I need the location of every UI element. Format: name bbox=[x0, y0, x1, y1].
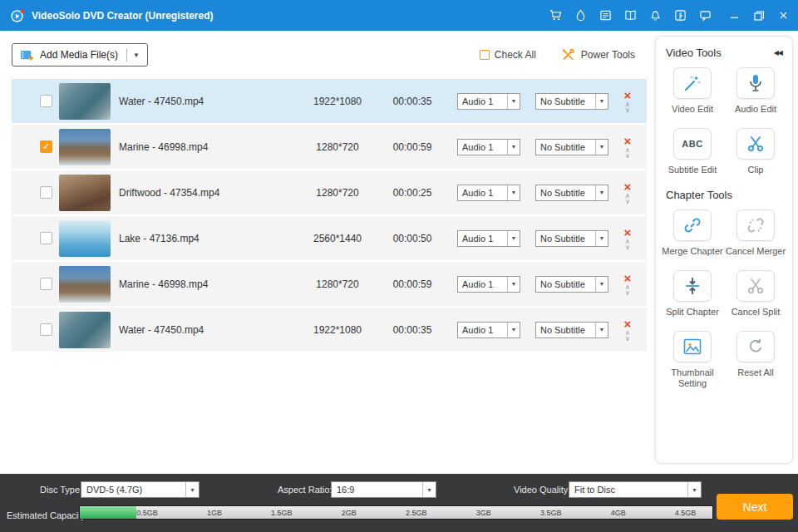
audio-select[interactable]: Audio 1 ▼ bbox=[457, 139, 520, 155]
move-down-icon[interactable]: ∨ bbox=[625, 153, 630, 159]
delete-icon[interactable]: × bbox=[624, 135, 632, 147]
minimize-button[interactable] bbox=[730, 11, 739, 20]
video-quality-value: Fit to Disc bbox=[569, 482, 687, 497]
tool-label: Subtitle Edit bbox=[668, 165, 717, 175]
capacity-tick-label: 4GB bbox=[611, 506, 626, 519]
media-name: Driftwood - 47354.mp4 bbox=[119, 187, 299, 199]
aspect-ratio-select[interactable]: 16:9 ▼ bbox=[331, 481, 436, 498]
video-thumbnail bbox=[59, 83, 111, 120]
abc-icon-text: ABC bbox=[682, 139, 702, 149]
maximize-button[interactable] bbox=[754, 11, 764, 21]
check-all-checkbox[interactable]: Check All bbox=[480, 49, 536, 61]
subtitle-select[interactable]: No Subtitle ▼ bbox=[535, 93, 608, 110]
media-duration: 00:00:50 bbox=[376, 233, 449, 244]
close-button[interactable] bbox=[779, 11, 788, 20]
media-name: Lake - 47136.mp4 bbox=[119, 233, 299, 244]
disc-type-select[interactable]: DVD-5 (4.7G) ▼ bbox=[81, 481, 200, 498]
capacity-tick-label: 1GB bbox=[207, 506, 222, 519]
add-media-button[interactable]: Add Media File(s) ▼ bbox=[12, 43, 148, 66]
audio-select[interactable]: Audio 1 ▼ bbox=[457, 322, 520, 338]
media-name: Marine - 46998.mp4 bbox=[119, 141, 299, 153]
facebook-icon[interactable] bbox=[674, 9, 687, 22]
tool-video-edit[interactable]: Video Edit bbox=[661, 67, 724, 115]
chevron-down-icon: ▼ bbox=[507, 140, 520, 155]
row-checkbox[interactable] bbox=[40, 95, 52, 107]
tool-audio-edit[interactable]: Audio Edit bbox=[724, 67, 787, 115]
toolbar: Add Media File(s) ▼ Check All Power Tool… bbox=[12, 42, 647, 67]
video-quality-select[interactable]: Fit to Disc ▼ bbox=[569, 481, 702, 498]
media-row[interactable]: Water - 47450.mp4 1922*1080 00:00:35 Aud… bbox=[12, 79, 647, 123]
droplet-icon[interactable] bbox=[574, 9, 587, 22]
chevron-down-icon: ▼ bbox=[595, 323, 608, 337]
media-row[interactable]: ✓ Marine - 46998.mp4 1280*720 00:00:59 A… bbox=[12, 125, 647, 169]
media-resolution: 1922*1080 bbox=[299, 96, 376, 107]
move-down-icon[interactable]: ∨ bbox=[625, 336, 630, 342]
tool-clip[interactable]: Clip bbox=[724, 128, 787, 175]
subtitle-value: No Subtitle bbox=[536, 231, 595, 246]
row-checkbox[interactable]: ✓ bbox=[40, 140, 52, 153]
subtitle-select[interactable]: No Subtitle ▼ bbox=[535, 322, 608, 338]
chevron-down-icon: ▼ bbox=[687, 482, 701, 497]
media-duration: 00:00:35 bbox=[376, 324, 449, 336]
audio-select[interactable]: Audio 1 ▼ bbox=[457, 276, 520, 293]
tool-label: Thumbnail Setting bbox=[661, 367, 724, 389]
chevron-down-icon: ▼ bbox=[595, 277, 608, 292]
power-tools-button[interactable]: Power Tools bbox=[561, 48, 635, 62]
collapse-panel-icon[interactable]: ◀◀ bbox=[774, 49, 782, 57]
subtitle-select[interactable]: No Subtitle ▼ bbox=[535, 185, 608, 201]
main-area: Add Media File(s) ▼ Check All Power Tool… bbox=[0, 31, 798, 474]
tool-merge-chapter[interactable]: Merge Chapter bbox=[661, 209, 724, 257]
aspect-ratio-value: 16:9 bbox=[332, 482, 422, 497]
app-logo-icon bbox=[10, 8, 25, 23]
video-thumbnail bbox=[59, 129, 111, 165]
row-checkbox[interactable] bbox=[40, 278, 52, 290]
delete-icon[interactable]: × bbox=[624, 318, 632, 330]
cancel-split-icon bbox=[736, 270, 775, 302]
media-list: Water - 47450.mp4 1922*1080 00:00:35 Aud… bbox=[12, 79, 647, 352]
tool-label: Cancel Split bbox=[732, 307, 781, 318]
tool-label: Cancel Merger bbox=[726, 246, 786, 257]
delete-icon[interactable]: × bbox=[624, 181, 632, 193]
media-resolution: 1280*720 bbox=[299, 141, 376, 153]
bell-icon[interactable] bbox=[649, 9, 662, 22]
row-checkbox[interactable] bbox=[40, 232, 52, 244]
book-icon[interactable] bbox=[624, 9, 637, 22]
window-title: VideoSolo DVD Creator (Unregistered) bbox=[32, 10, 213, 22]
delete-icon[interactable]: × bbox=[624, 273, 632, 284]
cart-icon[interactable] bbox=[549, 9, 562, 22]
tool-label: Merge Chapter bbox=[662, 246, 722, 257]
next-button[interactable]: Next bbox=[717, 494, 793, 520]
audio-select[interactable]: Audio 1 ▼ bbox=[457, 185, 520, 201]
audio-select[interactable]: Audio 1 ▼ bbox=[457, 93, 520, 110]
note-icon[interactable] bbox=[599, 9, 612, 22]
move-down-icon[interactable]: ∨ bbox=[625, 244, 630, 250]
media-row[interactable]: Lake - 47136.mp4 2560*1440 00:00:50 Audi… bbox=[12, 216, 647, 260]
move-down-icon[interactable]: ∨ bbox=[625, 290, 630, 296]
delete-icon[interactable]: × bbox=[624, 90, 632, 101]
move-down-icon[interactable]: ∨ bbox=[625, 107, 630, 113]
tools-panel: Video Tools ◀◀ Video Edit Audio Edit bbox=[655, 36, 793, 464]
tool-cancel-split[interactable]: Cancel Split bbox=[724, 270, 787, 318]
row-checkbox[interactable] bbox=[40, 323, 52, 336]
tool-thumbnail-setting[interactable]: Thumbnail Setting bbox=[661, 331, 724, 389]
tool-reset-all[interactable]: Reset All bbox=[724, 331, 787, 389]
audio-select[interactable]: Audio 1 ▼ bbox=[457, 230, 520, 247]
subtitle-select[interactable]: No Subtitle ▼ bbox=[535, 230, 608, 247]
tool-subtitle-edit[interactable]: ABC Subtitle Edit bbox=[661, 128, 724, 175]
undo-icon bbox=[736, 331, 775, 362]
check-all-box[interactable] bbox=[480, 50, 490, 60]
delete-icon[interactable]: × bbox=[624, 227, 632, 239]
link-icon bbox=[673, 209, 712, 241]
row-checkbox[interactable] bbox=[40, 186, 52, 199]
media-row[interactable]: Water - 47450.mp4 1922*1080 00:00:35 Aud… bbox=[12, 308, 647, 352]
subtitle-select[interactable]: No Subtitle ▼ bbox=[535, 276, 608, 293]
media-row[interactable]: Marine - 46998.mp4 1280*720 00:00:59 Aud… bbox=[12, 262, 647, 306]
app-window: VideoSolo DVD Creator (Unregistered) bbox=[0, 0, 798, 532]
media-row[interactable]: Driftwood - 47354.mp4 1280*720 00:00:25 … bbox=[12, 170, 647, 214]
video-tools-header: Video Tools ◀◀ bbox=[661, 45, 787, 67]
move-down-icon[interactable]: ∨ bbox=[625, 199, 630, 204]
tool-cancel-merger[interactable]: Cancel Merger bbox=[724, 209, 787, 257]
feedback-icon[interactable] bbox=[699, 9, 712, 22]
subtitle-select[interactable]: No Subtitle ▼ bbox=[535, 139, 608, 155]
tool-split-chapter[interactable]: Split Chapter bbox=[661, 270, 724, 318]
